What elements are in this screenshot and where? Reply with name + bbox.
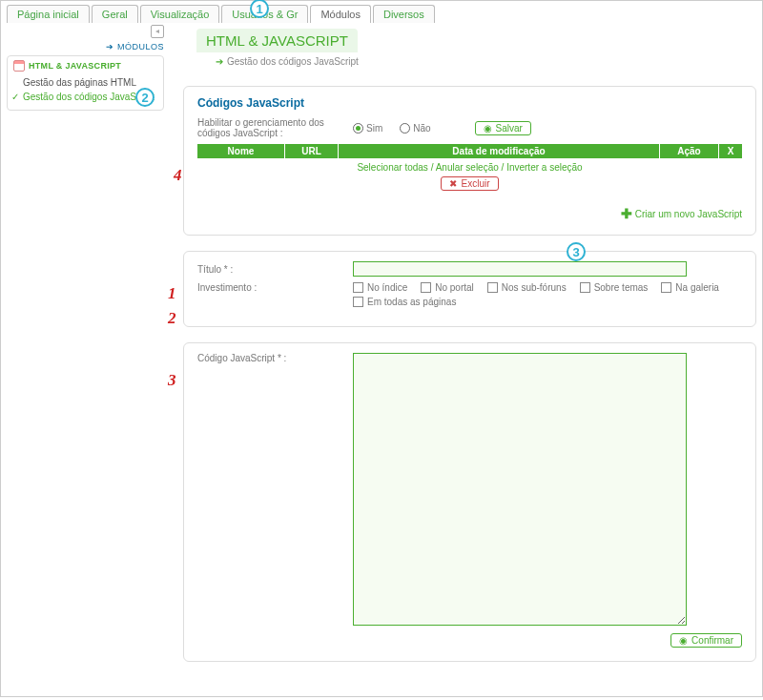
th-url: URL: [285, 144, 339, 158]
code-label: Código JavaScript * :: [197, 353, 345, 363]
check-no-indice[interactable]: No índice: [353, 282, 407, 293]
page-title: HTML & JAVASCRIPT: [196, 29, 358, 52]
panel-js-title: Códigos JavaScript: [197, 96, 742, 110]
code-textarea[interactable]: [353, 353, 687, 626]
th-data: Data de modificação: [339, 144, 660, 158]
panel-code: Código JavaScript * : ◉ Confirmar: [183, 342, 756, 662]
checkbox-icon: [421, 282, 431, 293]
title-input[interactable]: [353, 261, 687, 277]
checkbox-icon: [487, 282, 498, 293]
th-x: X: [719, 144, 742, 158]
check-na-galeria[interactable]: Na galeria: [661, 282, 719, 293]
th-nome: Nome: [197, 144, 285, 158]
sidebar-item-html-pages[interactable]: Gestão das páginas HTML: [13, 75, 157, 90]
check-sobre-temas[interactable]: Sobre temas: [580, 282, 649, 293]
tab-pagina-inicial[interactable]: Página inicial: [7, 5, 90, 23]
delete-button[interactable]: ✖ Excluir: [441, 176, 498, 191]
checkbox-icon: [661, 282, 671, 293]
panel-title-invest: Título * : Investimento : No índice No p…: [183, 251, 756, 327]
modules-link-label: ➔ MÓDULOS: [106, 42, 164, 51]
tab-diversos[interactable]: Diversos: [373, 5, 435, 23]
save-button[interactable]: ◉ Salvar: [475, 121, 531, 135]
title-label: Título * :: [197, 264, 345, 275]
check-todas-paginas[interactable]: Em todas as páginas: [353, 297, 742, 307]
radio-dot-icon: [353, 123, 363, 134]
top-tabs: Página inicial Geral Visualização Usuári…: [7, 5, 756, 23]
tab-geral[interactable]: Geral: [92, 5, 138, 23]
radio-sim[interactable]: Sim: [353, 123, 382, 134]
create-js-link[interactable]: ✚ Criar um novo JavaScript: [621, 206, 742, 221]
checkbox-icon: [580, 282, 590, 293]
sound-icon[interactable]: ◂: [151, 25, 164, 38]
sidebar-section-title: HTML & JAVASCRIPT: [13, 60, 157, 72]
th-acao: Ação: [660, 144, 719, 158]
checkbox-icon: [353, 297, 363, 307]
enable-label: Habilitar o gerenciamento dos códigos Ja…: [197, 117, 345, 138]
tab-usuarios[interactable]: Usuários & Gr: [221, 5, 308, 23]
check-subforuns[interactable]: Nos sub-fóruns: [487, 282, 567, 293]
checkbox-icon: [353, 282, 363, 293]
panel-js-codes: Códigos JavaScript Habilitar o gerenciam…: [183, 86, 756, 236]
breadcrumb: ➔Gestão dos códigos JavaScript: [216, 56, 756, 67]
selection-links[interactable]: Selecionar todas / Anular seleção / Inve…: [197, 162, 742, 173]
confirm-button[interactable]: ◉ Confirmar: [670, 633, 742, 648]
sidebar-panel: HTML & JAVASCRIPT Gestão das páginas HTM…: [7, 55, 164, 111]
check-icon: ◉: [679, 635, 688, 646]
check-icon: ◉: [484, 123, 492, 134]
invest-label: Investimento :: [197, 282, 345, 293]
table-header: Nome URL Data de modificação Ação X: [197, 144, 742, 158]
check-no-portal[interactable]: No portal: [421, 282, 474, 293]
invest-checks: No índice No portal Nos sub-fóruns Sobre…: [353, 282, 742, 307]
radio-nao[interactable]: Não: [400, 123, 430, 134]
tab-modulos[interactable]: Módulos: [310, 5, 371, 23]
modules-link[interactable]: ◂ ➔ MÓDULOS: [7, 42, 164, 51]
plus-icon: ✚: [621, 206, 632, 221]
arrow-icon: ➔: [216, 56, 223, 67]
sidebar: ◂ ➔ MÓDULOS HTML & JAVASCRIPT Gestão das…: [7, 29, 164, 677]
calendar-icon: [13, 60, 25, 72]
main-content: HTML & JAVASCRIPT ➔Gestão dos códigos Ja…: [164, 29, 756, 677]
sidebar-item-js-codes[interactable]: Gestão dos códigos JavaScript: [13, 90, 157, 104]
radio-dot-icon: [400, 123, 410, 134]
x-icon: ✖: [449, 178, 457, 189]
tab-visualizacao[interactable]: Visualização: [140, 5, 220, 23]
